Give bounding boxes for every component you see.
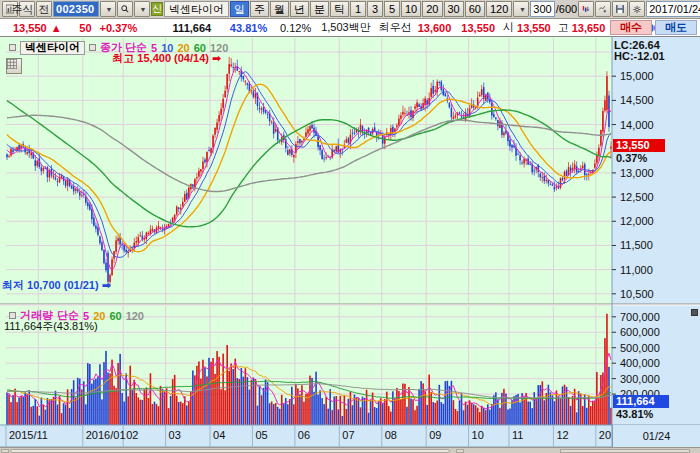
stock-chart-window: 주식▼ 전 002350 ▼ ▼ 신 넥센타이어 일주월년분틱 13510203… xyxy=(0,0,700,453)
interval-button-1[interactable]: 1 xyxy=(350,1,366,17)
chart-grid-icon[interactable] xyxy=(6,58,22,74)
legend-toggle-icon[interactable] xyxy=(89,44,96,51)
chart-bottom-buttons[interactable] xyxy=(560,449,690,453)
market-badge: 신 xyxy=(151,2,163,16)
stock-code-selection: 002350 xyxy=(54,2,98,16)
price-tick-label: 14,000 xyxy=(620,119,654,131)
open-label: 시 xyxy=(503,20,514,35)
total-bars-label: /600 xyxy=(556,3,577,15)
right-arrow-icon: ➡ xyxy=(212,52,221,64)
buy-button[interactable]: 매수 xyxy=(610,20,652,35)
open-price: 13,550 xyxy=(517,22,551,34)
price-tick-label: 12,500 xyxy=(620,191,654,203)
x-axis-label: 2015/11 xyxy=(9,429,48,441)
x-axis-label: 06 xyxy=(298,429,310,441)
volume-ratio: 43.81% xyxy=(217,22,267,34)
x-axis-label: 02 xyxy=(126,429,138,441)
add-indicator-icon[interactable] xyxy=(595,1,611,17)
volume-tick-label: 700,000 xyxy=(620,311,660,323)
speaker-icon[interactable]: ▼ xyxy=(134,1,150,17)
quote-bar: 13,550 ▲ 50 +0.37% 111,664 43.81% 0.12% … xyxy=(0,19,700,37)
interval-button-30[interactable]: 30 xyxy=(444,1,464,17)
scroll-left-button[interactable] xyxy=(1,449,9,453)
period-tab-주[interactable]: 주 xyxy=(250,1,269,17)
chart-plot[interactable] xyxy=(0,37,700,453)
current-price: 13,550 xyxy=(13,22,47,34)
volume-tick-label: 600,000 xyxy=(620,326,660,338)
x-axis-label: 07 xyxy=(342,429,354,441)
x-axis-label: 04 xyxy=(213,429,225,441)
horizontal-scrollbar[interactable] xyxy=(0,447,700,453)
interval-button-10[interactable]: 10 xyxy=(401,1,421,17)
code-dropdown-button[interactable]: ▼ xyxy=(100,1,116,17)
period-tab-월[interactable]: 월 xyxy=(270,1,289,17)
price-tick-label: 11,500 xyxy=(620,239,653,251)
best-ask: 13,600 xyxy=(418,22,452,34)
low-annotation: 최저 10,700 (01/21) ➡ xyxy=(2,278,111,293)
volume-value: 111,664 xyxy=(155,22,211,34)
save-icon[interactable] xyxy=(612,1,628,17)
x-axis-label: 03 xyxy=(169,429,181,441)
price-tick-label: 15,000 xyxy=(620,70,654,82)
period-tab-일[interactable]: 일 xyxy=(230,1,249,17)
sell-button[interactable]: 매도 xyxy=(655,20,697,35)
price-tick-label: 11,000 xyxy=(620,264,653,276)
volume-pane-collapse-icon[interactable] xyxy=(691,309,698,316)
x-axis-label: 10 xyxy=(472,429,484,441)
volume-tick-label: 300,000 xyxy=(620,373,660,385)
x-axis-label: 2016/01 xyxy=(86,429,126,441)
price-tick-label: 14,500 xyxy=(620,94,654,106)
settings-gear-icon[interactable] xyxy=(629,1,645,17)
turnover-pct: 0.12% xyxy=(271,22,311,34)
legend-toggle-icon[interactable] xyxy=(9,44,16,51)
interval-buttons: 13510203060120 xyxy=(350,1,512,17)
current-volume-pct: 43.81% xyxy=(616,408,653,420)
period-tab-년[interactable]: 년 xyxy=(290,1,309,17)
search-icon[interactable] xyxy=(117,1,133,17)
period-tab-분[interactable]: 분 xyxy=(310,1,329,17)
extra-interval-select[interactable]: ▼ xyxy=(513,1,529,17)
scroll-right-button[interactable] xyxy=(456,449,464,453)
price-change: 50 xyxy=(62,22,92,34)
x-axis-label: 08 xyxy=(385,429,397,441)
x-axis-label: 12 xyxy=(556,429,568,441)
price-change-pct: +0.37% xyxy=(100,22,138,34)
stock-code-field[interactable]: 002350 xyxy=(53,1,99,17)
chart-area: 넥센타이어 종가 단순 5 10 20 60 120 최고 15,400 (04… xyxy=(0,37,700,453)
interval-button-20[interactable]: 20 xyxy=(422,1,442,17)
price-tick-label: 13,000 xyxy=(620,167,654,179)
best-quote-label: 최우선 xyxy=(379,20,412,35)
interval-button-120[interactable]: 120 xyxy=(486,1,512,17)
legend-stock-name: 넥센타이어 xyxy=(20,41,85,55)
x-axis-label: 05 xyxy=(255,429,267,441)
interval-button-3[interactable]: 3 xyxy=(367,1,383,17)
high-price: 13,650 xyxy=(572,22,606,34)
x-axis-label: 09 xyxy=(429,429,441,441)
asset-type-select[interactable]: 주식▼ xyxy=(19,1,35,17)
high-change-label: HC:-12.01 xyxy=(614,50,665,62)
asset-type-label: 주식 xyxy=(12,2,34,17)
price-up-arrow-icon: ▲ xyxy=(51,22,62,34)
prev-stock-button[interactable]: 전 xyxy=(36,1,52,17)
compare-chart-icon[interactable] xyxy=(578,1,594,17)
period-tabs: 일주월년분틱 xyxy=(230,1,349,17)
date-picker[interactable]: 2017/01/24 xyxy=(646,1,700,17)
volume-readout: 111,664주(43.81%) xyxy=(4,319,98,334)
vol-ma120-label: 120 xyxy=(126,310,144,322)
vol-ma60-label: 60 xyxy=(109,310,121,322)
cursor-date-cell: 01/24 xyxy=(612,425,700,447)
chevron-down-icon: ▼ xyxy=(106,6,113,13)
interval-button-60[interactable]: 60 xyxy=(465,1,485,17)
high-label: 고 xyxy=(558,20,569,35)
legend-toggle-icon[interactable] xyxy=(9,312,16,319)
visible-bars-input[interactable]: 300 xyxy=(530,1,554,17)
period-tab-틱[interactable]: 틱 xyxy=(330,1,349,17)
interval-button-5[interactable]: 5 xyxy=(384,1,400,17)
current-volume-badge: 111,664 xyxy=(613,395,669,408)
scrollbar-thumb[interactable] xyxy=(10,449,450,453)
volume-tick-label: 400,000 xyxy=(620,357,660,369)
best-bid: 13,550 xyxy=(461,22,495,34)
volume-tick-label: 500,000 xyxy=(620,342,660,354)
price-tick-label: 12,000 xyxy=(620,215,654,227)
trade-value: 1,503백만 xyxy=(321,20,371,35)
